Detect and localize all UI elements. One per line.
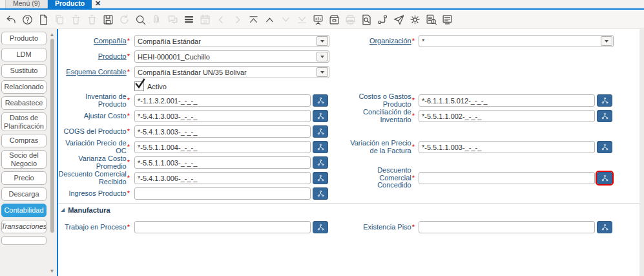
variacion-precio-factura-input[interactable]: *-5.5.1.1.003-_-_-_	[419, 141, 595, 153]
sidebar-tab-transacciones[interactable]: Transacciones	[1, 220, 47, 233]
send-mail-button[interactable]	[392, 13, 406, 27]
required-marker: *	[127, 159, 130, 167]
variacion-precio-oc-input[interactable]: *-5.5.1.1.004-_-_-_	[134, 141, 311, 153]
form-row: Trabajo en Proceso* Existencia Piso*	[58, 221, 639, 233]
grid-toggle-button[interactable]	[182, 13, 196, 27]
help-button[interactable]	[21, 13, 34, 27]
parent-record-button[interactable]	[263, 13, 276, 27]
workflow-icon	[377, 14, 389, 26]
descuento-concedido-account-button-highlighted[interactable]	[597, 172, 612, 184]
costos-gastos-label: Costos o Gastos Producto	[345, 93, 411, 108]
save-button[interactable]	[101, 13, 115, 27]
activity-log-button[interactable]	[441, 13, 454, 27]
scroll-down-icon[interactable]: ▼	[48, 268, 56, 274]
descuento-recibido-input[interactable]: *-5.4.1.3.006-_-_-_	[134, 172, 311, 184]
sidebar-tab-precio[interactable]: Precio	[1, 171, 47, 185]
chevron-down-icon[interactable]	[317, 36, 328, 46]
cogs-producto-label: COGS del Producto	[64, 128, 127, 136]
group-expand-icon[interactable]: ◢	[61, 207, 65, 213]
sidebar-scrollbar-thumb[interactable]	[50, 39, 54, 233]
zoom-across-icon	[425, 14, 437, 26]
chevron-down-icon[interactable]	[601, 36, 612, 46]
variacion-factura-account-button[interactable]	[597, 141, 612, 153]
close-icon[interactable]: ✕	[95, 0, 101, 8]
print-icon	[344, 14, 357, 26]
sidebar-tab-partial[interactable]	[1, 236, 47, 245]
existencia-piso-input[interactable]	[419, 221, 595, 233]
ajustar-account-button[interactable]	[313, 110, 328, 122]
organizacion-select[interactable]: *	[419, 35, 614, 47]
chevron-down-icon[interactable]	[317, 52, 328, 61]
required-marker: *	[127, 143, 130, 151]
sidebar-tab-relacionado[interactable]: Relacionado	[1, 80, 47, 94]
find-button[interactable]	[134, 13, 147, 27]
workflow-button[interactable]	[376, 13, 390, 27]
inventario-account-button[interactable]	[313, 94, 328, 107]
last-record-button[interactable]	[295, 13, 309, 27]
archive-icon	[328, 14, 340, 26]
sidebar-tab-ldm[interactable]: LDM	[1, 48, 47, 61]
delete-record-button[interactable]	[69, 13, 83, 27]
form-row: Ajustar Costo* *-5.4.1.3.003-_-_-_ Conci…	[58, 110, 639, 122]
varianza-costo-promedio-input[interactable]: *-5.5.1.1.003-_-_-_	[134, 156, 311, 169]
descuento-concedido-input[interactable]	[419, 172, 595, 184]
archive-button[interactable]	[327, 13, 341, 27]
copy-record-button[interactable]	[53, 13, 67, 27]
conciliacion-account-button[interactable]	[597, 110, 612, 122]
preferences-button[interactable]	[408, 13, 422, 27]
first-record-button[interactable]	[247, 13, 260, 27]
trabajo-proceso-input[interactable]	[134, 221, 311, 233]
cogs-account-button[interactable]	[313, 125, 328, 138]
sidebar-tab-compras[interactable]: Compras	[1, 134, 47, 147]
variacion-oc-account-button[interactable]	[313, 141, 328, 153]
previous-record-button[interactable]	[214, 13, 228, 27]
delete-selection-button[interactable]	[85, 13, 99, 27]
undo-button[interactable]	[5, 13, 18, 27]
trabajo-account-button[interactable]	[313, 221, 328, 233]
sidebar-tab-descarga[interactable]: Descarga	[1, 187, 47, 201]
chat-button[interactable]	[166, 13, 180, 27]
activo-checkbox[interactable]	[134, 81, 144, 91]
cogs-producto-input[interactable]: *-5.4.1.3.003-_-_-_	[134, 125, 311, 138]
sidebar-tab-contabilidad[interactable]: Contabilidad	[1, 204, 47, 217]
costos-gastos-input[interactable]: *-6.1.1.1.5.012-_-_-_	[419, 94, 595, 107]
ajustar-costo-input[interactable]: *-5.4.1.3.003-_-_-_	[134, 110, 311, 122]
sidebar-tab-producto[interactable]: Producto	[1, 32, 47, 45]
sidebar-tab-datos-planificacion[interactable]: Datos de Planificación	[1, 112, 47, 131]
window-scrollbar[interactable]	[639, 29, 644, 276]
refresh-button[interactable]	[118, 13, 131, 27]
ingresos-producto-input[interactable]	[134, 187, 311, 200]
esquema-contable-select[interactable]: Compañía Estándar UN/35 Bolivar	[134, 66, 329, 78]
scroll-up-icon[interactable]: ▲	[48, 32, 56, 37]
ingresos-account-button[interactable]	[313, 187, 328, 200]
attachment-button[interactable]	[150, 13, 163, 27]
tab-menu[interactable]: Menú (9)	[5, 0, 48, 8]
new-record-button[interactable]	[37, 13, 50, 27]
varianza-costo-promedio-label: Varianza Costo Promedio	[58, 155, 127, 170]
required-marker: *	[412, 37, 415, 45]
conciliacion-inventario-input[interactable]: *-5.5.1.1.002-_-_-_	[419, 110, 595, 122]
sidebar-tab-socio-negocio[interactable]: Socio del Negocio	[1, 150, 47, 169]
detail-record-button[interactable]	[279, 13, 293, 27]
print-preview-icon	[360, 14, 373, 26]
zoom-across-button[interactable]	[424, 13, 438, 27]
app-window: Menú (9) Producto ✕ 31	[0, 0, 644, 276]
next-record-button[interactable]	[231, 13, 244, 27]
costos-account-button[interactable]	[597, 94, 612, 107]
compania-select[interactable]: Compañía Estándar	[134, 35, 329, 47]
varianza-account-button[interactable]	[313, 156, 328, 169]
calendar-button[interactable]: 31	[198, 13, 212, 27]
producto-select[interactable]: HEHI-000001_Cuchillo	[134, 50, 329, 63]
existencia-account-button[interactable]	[597, 221, 612, 233]
manufactura-group-header[interactable]: ◢ Manufactura	[58, 204, 639, 215]
esquema-contable-value: Compañía Estándar UN/35 Bolivar	[135, 69, 329, 76]
report-button[interactable]	[311, 13, 325, 27]
sidebar-tab-reabastece[interactable]: Reabastece	[1, 96, 47, 110]
sidebar-tab-sustituto[interactable]: Sustituto	[1, 64, 47, 78]
print-button[interactable]	[344, 13, 357, 27]
inventario-producto-input[interactable]: *-1.1.3.2.001-_-_-_	[134, 94, 311, 107]
print-preview-button[interactable]	[360, 13, 373, 27]
tab-producto[interactable]: Producto	[48, 0, 92, 8]
descuento-recibido-account-button[interactable]	[313, 172, 328, 184]
chevron-down-icon[interactable]	[317, 67, 328, 77]
